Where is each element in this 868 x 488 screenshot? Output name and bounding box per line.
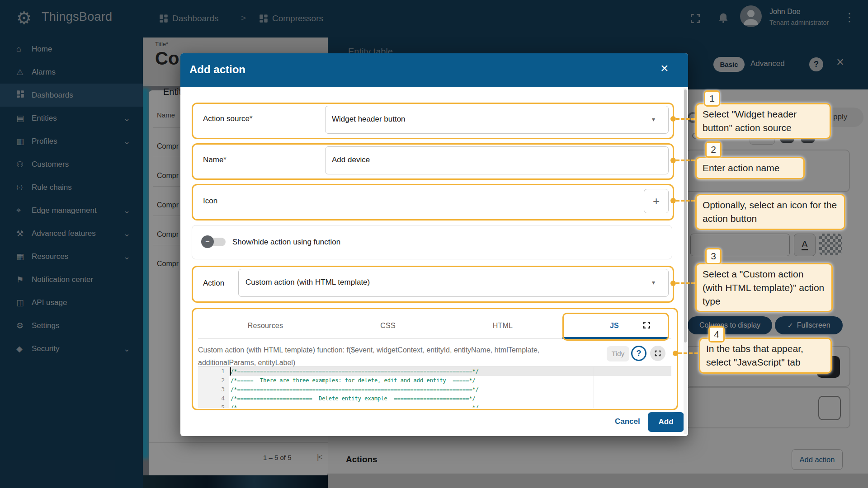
callout-icon: Optionally, select an icon for the actio…	[695, 194, 845, 230]
connector-dot	[670, 116, 676, 122]
step-number: 4	[714, 329, 719, 340]
toggle-knob[interactable]: –	[201, 235, 214, 248]
screen: ⚙ ThingsBoard Dashboards > Compressors J…	[0, 0, 868, 488]
add-button[interactable]: Add	[648, 412, 684, 432]
callout-text: Select "Widget header button" action sou…	[703, 109, 797, 133]
step-number: 2	[711, 144, 716, 155]
highlight-name	[192, 143, 674, 180]
highlight-action-source	[192, 103, 674, 139]
callout-text: Optionally, select an icon for the actio…	[703, 200, 837, 224]
connector-dash	[676, 118, 695, 120]
callout-text: Select a "Custom action (with HTML templ…	[703, 269, 824, 306]
connector-dash	[678, 352, 698, 354]
step-number: 3	[711, 251, 716, 262]
callout-js-tab: In the tabs that appear, select "JavaScr…	[699, 338, 832, 374]
connector-dot	[673, 351, 678, 356]
close-icon[interactable]: ×	[660, 61, 669, 76]
callout-text: In the tabs that appear, select "JavaScr…	[706, 343, 803, 367]
connector-dot	[670, 198, 676, 203]
connector-dash	[676, 282, 695, 284]
step-badge: 4	[708, 326, 725, 343]
callout-action-type: Select a "Custom action (with HTML templ…	[695, 263, 833, 312]
cancel-button[interactable]: Cancel	[615, 417, 640, 426]
dialog-title: Add action	[189, 63, 245, 76]
connector-dash	[676, 200, 695, 202]
callout-text: Enter action name	[703, 163, 779, 173]
callout-name: Enter action name	[695, 157, 805, 179]
connector-dot	[670, 281, 676, 286]
minus-icon: –	[206, 238, 210, 246]
dialog-header: Add action ×	[180, 53, 688, 87]
scrollbar-thumb[interactable]	[684, 89, 687, 343]
highlight-icon	[192, 184, 674, 221]
step-badge: 1	[704, 90, 720, 107]
connector-dash	[676, 160, 695, 161]
scrollbar-track[interactable]	[684, 88, 687, 434]
toggle-label: Show/hide action using function	[232, 238, 340, 247]
callout-action-source: Select "Widget header button" action sou…	[695, 103, 831, 139]
highlight-action	[192, 266, 674, 303]
highlight-js-tab	[562, 313, 669, 341]
connector-dot	[670, 158, 676, 163]
add-button-label: Add	[658, 418, 673, 427]
step-badge: 3	[705, 248, 722, 264]
step-number: 1	[709, 93, 715, 104]
step-badge: 2	[705, 141, 722, 158]
